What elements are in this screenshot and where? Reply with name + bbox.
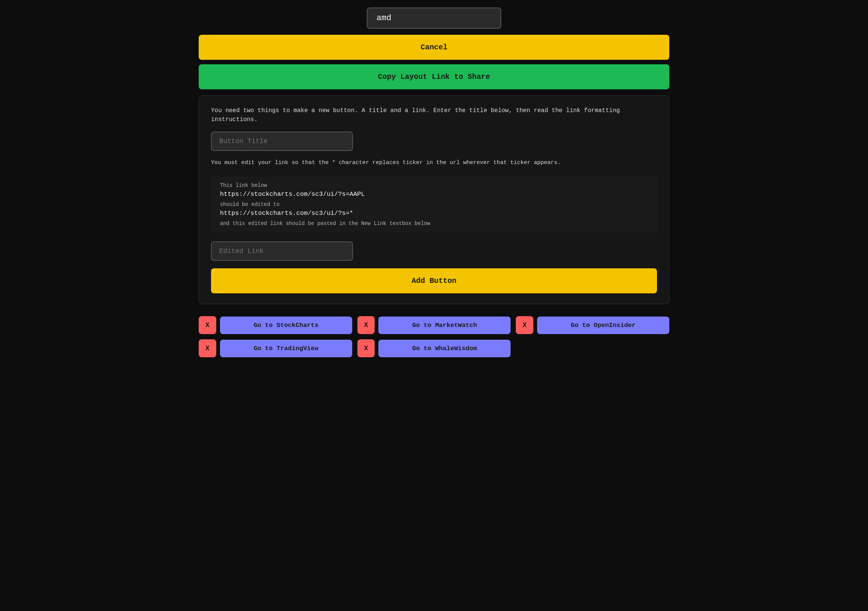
edited-link-input[interactable] bbox=[211, 241, 353, 261]
button-row-tradingview: X Go to TradingView bbox=[199, 339, 352, 357]
go-to-openinsider-button[interactable]: Go to OpenInsider bbox=[537, 317, 669, 334]
go-to-stockcharts-button[interactable]: Go to StockCharts bbox=[220, 317, 352, 334]
cancel-button[interactable]: Cancel bbox=[199, 35, 669, 60]
delete-whalewisdom-button[interactable]: X bbox=[357, 339, 375, 357]
instructions-panel: You need two things to make a new button… bbox=[199, 95, 669, 304]
link-example-box: This link below https://stockcharts.com/… bbox=[211, 176, 657, 232]
delete-openinsider-button[interactable]: X bbox=[516, 316, 533, 334]
go-to-whalewisdom-button[interactable]: Go to WhaleWisdom bbox=[378, 340, 511, 357]
go-to-tradingview-button[interactable]: Go to TradingView bbox=[220, 340, 352, 357]
search-input-wrapper bbox=[199, 8, 669, 29]
page-container: Cancel Copy Layout Link to Share You nee… bbox=[199, 8, 669, 357]
example-url-edited: https://stockcharts.com/sc3/ui/?s=* bbox=[220, 210, 648, 217]
delete-stockcharts-button[interactable]: X bbox=[199, 316, 216, 334]
delete-tradingview-button[interactable]: X bbox=[199, 339, 216, 357]
button-row-openinsider: X Go to OpenInsider bbox=[516, 316, 669, 334]
button-title-input[interactable] bbox=[211, 132, 353, 151]
intro-text: You need two things to make a new button… bbox=[211, 106, 657, 124]
go-to-marketwatch-button[interactable]: Go to MarketWatch bbox=[378, 317, 511, 334]
button-row-whalewisdom: X Go to WhaleWisdom bbox=[357, 339, 511, 357]
add-button[interactable]: Add Button bbox=[211, 268, 657, 293]
empty-grid-slot bbox=[516, 339, 669, 357]
should-be-label: should be edited to bbox=[220, 201, 648, 207]
copy-link-button[interactable]: Copy Layout Link to Share bbox=[199, 64, 669, 89]
nav-buttons-grid: X Go to StockCharts X Go to MarketWatch … bbox=[199, 316, 669, 357]
button-row-stockcharts: X Go to StockCharts bbox=[199, 316, 352, 334]
edit-instructions-text: You must edit your link so that the * ch… bbox=[211, 159, 657, 168]
delete-marketwatch-button[interactable]: X bbox=[357, 316, 375, 334]
button-row-marketwatch: X Go to MarketWatch bbox=[357, 316, 511, 334]
search-input[interactable] bbox=[367, 8, 501, 29]
this-link-label: This link below bbox=[220, 182, 648, 188]
paste-instructions: and this edited link should be pasted in… bbox=[220, 221, 648, 227]
example-url: https://stockcharts.com/sc3/ui/?s=AAPL bbox=[220, 191, 648, 198]
